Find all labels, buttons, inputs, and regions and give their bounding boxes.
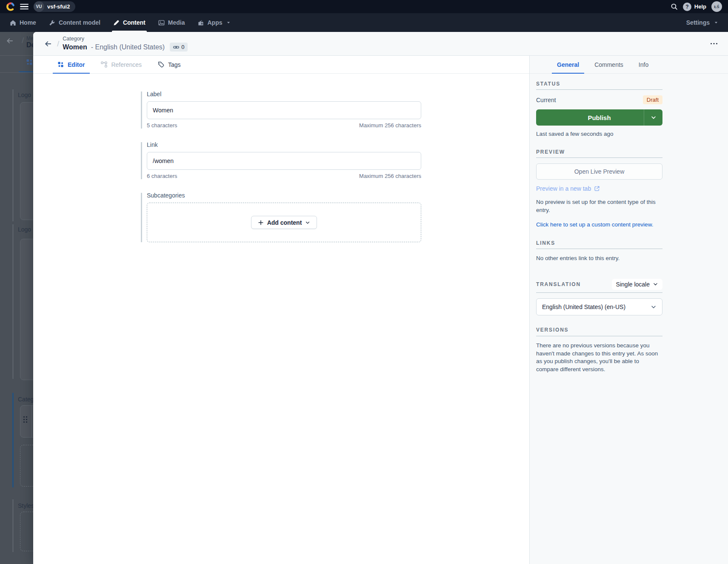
section-heading: TRANSLATION — [536, 281, 581, 287]
top-bar: VU vsf-sfui2 ? Help ŁŚ — [0, 0, 728, 13]
sidebar-content: STATUS Current Draft Publish — [536, 74, 662, 385]
locale-mode-label: Single locale — [616, 281, 650, 288]
underlay-field-box — [20, 239, 33, 380]
underlay-editor-grid-icon — [26, 59, 33, 67]
add-content-label: Add content — [267, 219, 302, 226]
underlay-field-label: Categ — [18, 396, 33, 403]
caret-down-icon — [714, 20, 718, 25]
nav-label: Settings — [686, 19, 710, 26]
space-switcher[interactable]: VU vsf-sfui2 — [34, 1, 75, 12]
underlay-breadcrumb-type: Me — [26, 35, 33, 41]
locale-mode-dropdown[interactable]: Single locale — [612, 279, 662, 290]
media-icon — [158, 20, 165, 26]
section-heading: VERSIONS — [536, 327, 568, 333]
underlay-field-label: Logo — [18, 226, 31, 233]
tab-label: References — [111, 61, 142, 68]
nav-item-home[interactable]: Home — [3, 13, 43, 32]
breadcrumb: Category Women - English (United States)… — [63, 36, 188, 52]
links-count-badge[interactable]: 0 — [170, 43, 188, 52]
field-label: Label 5 characters Maximum 256 character… — [147, 91, 421, 129]
more-actions-button[interactable] — [708, 37, 720, 50]
preview-new-tab-label: Preview in a new tab — [536, 185, 591, 192]
field-name: Subcategories — [147, 192, 421, 199]
underlay-field-label: Styles — [18, 502, 33, 509]
screen: VU vsf-sfui2 ? Help ŁŚ Home Content mode… — [0, 0, 728, 564]
tab-references[interactable]: References — [95, 56, 148, 73]
nav-item-content[interactable]: Content — [107, 13, 152, 32]
tab-general[interactable]: General — [551, 56, 585, 73]
underlay-back-arrow-icon — [6, 37, 14, 46]
tab-label: General — [557, 61, 579, 68]
subcategories-dropzone: Add content — [147, 203, 421, 242]
nav-item-settings[interactable]: Settings — [680, 13, 725, 32]
nav-item-media[interactable]: Media — [152, 13, 191, 32]
contentful-logo[interactable] — [6, 2, 15, 11]
search-icon[interactable] — [671, 3, 678, 10]
open-live-preview-button[interactable]: Open Live Preview — [536, 163, 662, 180]
tab-label: Editor — [68, 61, 85, 68]
underlay-dropzone — [20, 445, 33, 487]
links-count: 0 — [181, 44, 184, 50]
underlay-field-box — [20, 102, 33, 220]
nav-item-content-model[interactable]: Content model — [43, 13, 107, 32]
editor-grid-icon — [58, 62, 64, 68]
sidebar-tabs: General Comments Info — [530, 56, 728, 74]
tab-label: Info — [639, 61, 648, 68]
back-arrow-icon — [44, 40, 52, 48]
plus-icon — [258, 220, 264, 226]
section-heading: STATUS — [536, 81, 560, 87]
publish-button[interactable]: Publish — [536, 109, 662, 126]
preview-section: PREVIEW Open Live Preview Preview in a n… — [536, 149, 662, 228]
more-icon — [711, 43, 712, 45]
locale-select-value: English (United States) (en-US) — [542, 303, 625, 310]
setup-preview-link[interactable]: Click here to set up a custom content pr… — [536, 221, 653, 228]
editor-tabs: Editor References Ta — [33, 56, 529, 74]
no-links-text: No other entries link to this entry. — [536, 255, 662, 263]
publish-dropdown-toggle[interactable] — [644, 109, 662, 126]
back-button[interactable] — [41, 37, 55, 51]
status-badge: Draft — [643, 95, 662, 104]
help-label: Help — [694, 3, 706, 10]
section-heading: PREVIEW — [536, 149, 565, 155]
locale-select[interactable]: English (United States) (en-US) — [536, 298, 662, 315]
home-icon — [10, 20, 16, 26]
breadcrumb-slash: / — [57, 39, 59, 49]
links-section: LINKS No other entries link to this entr… — [536, 240, 662, 263]
char-count: 6 characters — [147, 173, 177, 179]
nav-label: Content — [123, 19, 146, 26]
tab-tags[interactable]: Tags — [152, 56, 187, 73]
add-content-button[interactable]: Add content — [251, 216, 317, 229]
versions-section: VERSIONS There are no previous versions … — [536, 327, 662, 374]
tab-comments[interactable]: Comments — [588, 56, 629, 73]
link-input[interactable] — [147, 152, 421, 170]
wrench-icon — [49, 20, 55, 26]
field-subcategories: Subcategories Add content — [147, 192, 421, 242]
status-current-label: Current — [536, 97, 556, 103]
nav-label: Home — [20, 19, 36, 26]
tab-info[interactable]: Info — [633, 56, 654, 73]
underlay-field-label: Logo — [18, 92, 31, 98]
link-chain-icon — [173, 44, 179, 50]
underlay-dropzone — [20, 512, 33, 551]
tab-label: Tags — [168, 61, 181, 68]
editor-column: Editor References Ta — [33, 56, 529, 564]
help-button[interactable]: ? Help — [683, 3, 706, 11]
user-avatar[interactable]: ŁŚ — [711, 1, 722, 12]
puzzle-icon — [197, 20, 204, 26]
status-section: STATUS Current Draft Publish — [536, 80, 662, 137]
nav-item-apps[interactable]: Apps — [191, 13, 237, 32]
no-preview-text: No preview is set up for the content typ… — [536, 198, 662, 214]
entry-editor-panel: / Category Women - English (United State… — [33, 32, 728, 564]
contentful-logo-icon — [6, 2, 15, 11]
preview-new-tab-link[interactable]: Preview in a new tab — [536, 185, 662, 192]
dimmed-background-page: / Me De Logo Logo Categ Styles — [0, 32, 33, 564]
label-input[interactable] — [147, 101, 421, 119]
entry-sidebar: General Comments Info STATUS Current — [529, 56, 728, 564]
caret-down-icon — [226, 20, 231, 25]
hamburger-menu-icon[interactable] — [20, 4, 29, 10]
nav-label: Media — [168, 19, 185, 26]
tab-editor[interactable]: Editor — [52, 56, 91, 73]
field-link: Link 6 characters Maximum 256 characters — [147, 141, 421, 179]
chevron-down-icon — [651, 304, 657, 310]
no-versions-text: There are no previous versions because y… — [536, 342, 662, 374]
